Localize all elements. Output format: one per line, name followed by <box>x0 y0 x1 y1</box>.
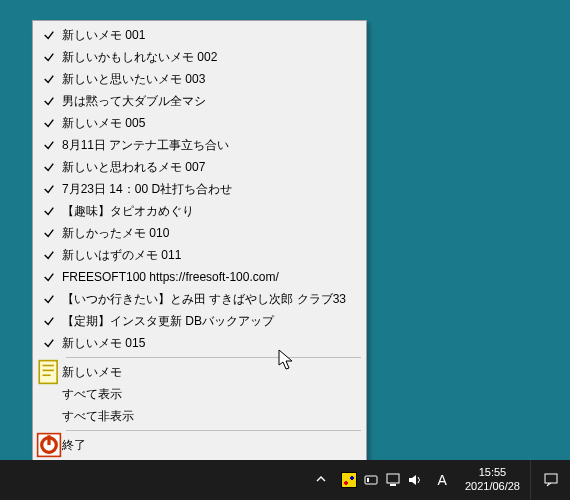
menu-label: 新しいメモ <box>62 364 359 381</box>
note-item[interactable]: 新しいはずのメモ 011 <box>36 244 363 266</box>
check-icon <box>36 337 62 349</box>
taskbar: A 15:55 2021/06/28 <box>0 460 570 500</box>
tray-overflow-chevron-icon[interactable] <box>308 474 334 486</box>
note-item[interactable]: 【定期】インスタ更新 DBバックアップ <box>36 310 363 332</box>
tray-icon[interactable] <box>363 472 379 488</box>
note-label: 8月11日 アンテナ工事立ち合い <box>62 137 359 154</box>
check-icon <box>36 139 62 151</box>
volume-icon[interactable] <box>407 472 423 488</box>
check-icon <box>36 293 62 305</box>
note-label: 新しいメモ 001 <box>62 27 359 44</box>
note-label: 新しいメモ 005 <box>62 115 359 132</box>
note-list: 新しいメモ 001新しいかもしれないメモ 002新しいと思いたいメモ 003男は… <box>36 24 363 354</box>
note-item[interactable]: 新しかったメモ 010 <box>36 222 363 244</box>
check-icon <box>36 183 62 195</box>
note-item[interactable]: 新しいかもしれないメモ 002 <box>36 46 363 68</box>
check-icon <box>36 249 62 261</box>
note-item[interactable]: 【いつか行きたい】とみ田 すきばやし次郎 クラブ33 <box>36 288 363 310</box>
check-icon <box>36 95 62 107</box>
menu-separator <box>66 430 361 431</box>
menu-label: 終了 <box>62 437 359 454</box>
action-center-icon[interactable] <box>530 460 570 500</box>
note-item[interactable]: 新しいと思いたいメモ 003 <box>36 68 363 90</box>
system-tray: A 15:55 2021/06/28 <box>308 460 570 500</box>
note-item[interactable]: 新しいメモ 001 <box>36 24 363 46</box>
note-item[interactable]: 新しいメモ 005 <box>36 112 363 134</box>
note-label: 新しいと思われるメモ 007 <box>62 159 359 176</box>
check-icon <box>36 271 62 283</box>
note-label: 新しいメモ 015 <box>62 335 359 352</box>
ime-indicator[interactable]: A <box>430 472 455 488</box>
network-icon[interactable] <box>385 472 401 488</box>
note-item[interactable]: FREESOFT100 https://freesoft-100.com/ <box>36 266 363 288</box>
note-item[interactable]: 7月23日 14：00 D社打ち合わせ <box>36 178 363 200</box>
check-icon <box>36 161 62 173</box>
svg-rect-11 <box>545 474 557 483</box>
check-icon <box>36 29 62 41</box>
note-icon <box>36 359 62 385</box>
clock-date: 2021/06/28 <box>465 480 520 494</box>
svg-rect-7 <box>365 476 377 484</box>
note-label: 男は黙って大ダブル全マシ <box>62 93 359 110</box>
note-item[interactable]: 【趣味】タピオカめぐり <box>36 200 363 222</box>
note-item[interactable]: 男は黙って大ダブル全マシ <box>36 90 363 112</box>
check-icon <box>36 51 62 63</box>
menu-exit[interactable]: 終了 <box>36 434 363 456</box>
svg-rect-8 <box>367 478 369 482</box>
check-icon <box>36 117 62 129</box>
note-label: 【定期】インスタ更新 DBバックアップ <box>62 313 359 330</box>
menu-label: すべて表示 <box>62 386 359 403</box>
tray-app-icon[interactable] <box>341 472 357 488</box>
check-icon <box>36 227 62 239</box>
menu-new-note[interactable]: 新しいメモ <box>36 361 363 383</box>
note-label: 新しいかもしれないメモ 002 <box>62 49 359 66</box>
note-label: 【いつか行きたい】とみ田 すきばやし次郎 クラブ33 <box>62 291 359 308</box>
menu-show-all[interactable]: すべて表示 <box>36 383 363 405</box>
taskbar-clock[interactable]: 15:55 2021/06/28 <box>455 466 530 494</box>
menu-hide-all[interactable]: すべて非表示 <box>36 405 363 427</box>
svg-rect-9 <box>387 474 399 483</box>
note-label: 新しかったメモ 010 <box>62 225 359 242</box>
clock-time: 15:55 <box>465 466 520 480</box>
note-label: 新しいと思いたいメモ 003 <box>62 71 359 88</box>
note-item[interactable]: 新しいメモ 015 <box>36 332 363 354</box>
exit-icon <box>36 432 62 458</box>
check-icon <box>36 73 62 85</box>
menu-separator <box>66 357 361 358</box>
check-icon <box>36 205 62 217</box>
svg-rect-0 <box>39 361 57 384</box>
note-label: 7月23日 14：00 D社打ち合わせ <box>62 181 359 198</box>
check-icon <box>36 315 62 327</box>
note-label: 新しいはずのメモ 011 <box>62 247 359 264</box>
note-item[interactable]: 新しいと思われるメモ 007 <box>36 156 363 178</box>
context-menu: 新しいメモ 001新しいかもしれないメモ 002新しいと思いたいメモ 003男は… <box>32 20 367 500</box>
svg-rect-10 <box>390 484 396 486</box>
note-label: 【趣味】タピオカめぐり <box>62 203 359 220</box>
tray-icons <box>334 472 430 488</box>
menu-label: すべて非表示 <box>62 408 359 425</box>
note-item[interactable]: 8月11日 アンテナ工事立ち合い <box>36 134 363 156</box>
note-label: FREESOFT100 https://freesoft-100.com/ <box>62 270 359 284</box>
